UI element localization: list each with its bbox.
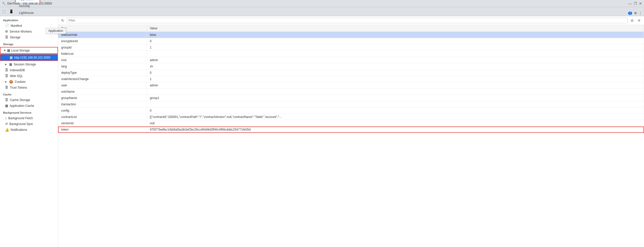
sidebar-storage-items: ▶▦ Session Storage🗄 IndexedDB🗄 Web SQL▶🍪… xyxy=(0,61,58,90)
sidebar-item-storage[interactable]: 🗄 Storage xyxy=(0,34,58,40)
table-row[interactable]: langzh xyxy=(58,63,644,70)
notifications-label: Notifications xyxy=(11,128,27,132)
sidebar-item-trust-tokens[interactable]: 🗄 Trust Tokens xyxy=(0,85,58,90)
console-badge: 1 xyxy=(628,12,632,15)
col-key-header[interactable]: Key xyxy=(58,25,147,32)
clear-filter-icon[interactable]: ⊘ xyxy=(629,18,635,23)
row-6-key: deployType xyxy=(58,70,147,76)
devtools-favicon: 🔧 xyxy=(2,2,6,5)
manifest-icon: 📄 xyxy=(5,24,9,28)
application-cache-icon: ▦ xyxy=(5,104,8,108)
data-table: Key Value sidebarHidefalseencryptionId0g… xyxy=(58,25,644,247)
local-storage-icon: ▦ xyxy=(7,48,10,52)
maximize-btn[interactable]: ❐ xyxy=(634,2,637,6)
cache-storage-label: Cache Storage xyxy=(10,98,30,102)
sidebar-item-indexeddb[interactable]: 🗄 IndexedDB xyxy=(0,67,58,73)
table-row[interactable]: config0 xyxy=(58,108,644,114)
tab-application[interactable]: Application xyxy=(15,0,40,3)
filter-bar: ↻ ⊘ ✕ xyxy=(58,16,644,25)
local-storage-item[interactable]: ▼ ▦ Local Storage xyxy=(0,47,58,54)
sidebar-item-background-sync[interactable]: ↺ Background Sync xyxy=(0,121,58,127)
session-storage-icon: ▦ xyxy=(9,62,12,66)
row-11-key: transaction xyxy=(58,101,147,108)
table-row[interactable]: token975f77be8bc14bbfa0ba3b3ef2bc26ccd94… xyxy=(58,127,644,133)
table-row[interactable]: solcName xyxy=(58,89,644,95)
sidebar-item-cookies[interactable]: ▶🍪 Cookies xyxy=(0,79,58,85)
table-row[interactable]: encryptionId0 xyxy=(58,38,644,44)
table-row[interactable]: useradmin xyxy=(58,82,644,89)
local-storage-url-item[interactable]: ▦ http://192.168.56.101:5000 xyxy=(0,54,58,61)
row-13-value: [{"contractId":200001,"contractPath":"/"… xyxy=(147,114,644,120)
notifications-icon: 🔔 xyxy=(5,128,9,132)
row-9-value xyxy=(147,89,644,95)
row-0-value: false xyxy=(147,32,644,38)
table-row[interactable]: folderList xyxy=(58,51,644,57)
sidebar-item-background-fetch[interactable]: ↕ Background Fetch xyxy=(0,115,58,121)
close-filter-icon[interactable]: ✕ xyxy=(636,18,642,23)
table-row[interactable]: nodeVersionChange1 xyxy=(58,76,644,82)
row-4-key: root xyxy=(58,57,147,63)
more-icon[interactable]: ⋮ xyxy=(639,11,642,15)
table-row[interactable]: groupId1 xyxy=(58,44,644,51)
trust-tokens-label: Trust Tokens xyxy=(10,86,27,89)
device-toggle-icon[interactable]: 📱 xyxy=(8,8,14,14)
background-fetch-label: Background Fetch xyxy=(8,116,33,120)
row-12-value: 0 xyxy=(147,108,644,114)
window-controls[interactable]: — ❐ ✕ xyxy=(628,2,642,6)
sidebar-item-notifications[interactable]: 🔔 Notifications xyxy=(0,127,58,133)
minimize-btn[interactable]: — xyxy=(628,2,632,6)
main-layout: Application 📄 Manifest⚙ Service Workers🗄… xyxy=(0,16,644,247)
filter-input[interactable] xyxy=(67,18,628,23)
col-value-header[interactable]: Value xyxy=(147,25,644,32)
app-tooltip: Application xyxy=(58,28,66,34)
row-15-key: token xyxy=(58,127,147,133)
service-workers-label: Service Workers xyxy=(10,30,32,33)
local-storage-url-icon: ▦ xyxy=(10,56,13,59)
app-tooltip-label: Application xyxy=(58,29,63,33)
application-section-title: Application xyxy=(0,16,58,23)
tab-security[interactable]: Security xyxy=(15,3,40,9)
sidebar-cache-items: 🗄 Cache Storage▦ Application Cache xyxy=(0,97,58,109)
table-row[interactable]: contractList[{"contractId":200001,"contr… xyxy=(58,114,644,120)
cache-storage-icon: 🗄 xyxy=(5,98,8,102)
trust-tokens-icon: 🗄 xyxy=(5,86,8,89)
sidebar-item-cache-storage[interactable]: 🗄 Cache Storage xyxy=(0,97,58,103)
storage-icon: 🗄 xyxy=(5,35,8,39)
local-storage-label: Local Storage xyxy=(11,49,30,52)
service-workers-icon: ⚙ xyxy=(5,30,8,33)
row-10-key: groupName xyxy=(58,95,147,101)
row-12-key: config xyxy=(58,108,147,114)
sidebar-item-session-storage[interactable]: ▶▦ Session Storage xyxy=(0,61,58,67)
row-13-key: contractList xyxy=(58,114,147,120)
indexeddb-label: IndexedDB xyxy=(10,68,25,72)
row-4-value: admin xyxy=(147,57,644,63)
table-row[interactable]: rootadmin xyxy=(58,57,644,63)
row-14-key: versionId xyxy=(58,120,147,127)
table-header: Key Value xyxy=(58,25,644,32)
table-row[interactable]: groupNamegroup1 xyxy=(58,95,644,101)
close-btn[interactable]: ✕ xyxy=(639,2,642,6)
background-fetch-icon: ↕ xyxy=(5,116,7,120)
row-5-key: lang xyxy=(58,63,147,70)
table-row[interactable]: versionIdnull xyxy=(58,120,644,127)
row-7-key: nodeVersionChange xyxy=(58,76,147,82)
sidebar-item-web-sql[interactable]: 🗄 Web SQL xyxy=(0,73,58,79)
row-6-value: 0 xyxy=(147,70,644,76)
tab-lighthouse[interactable]: Lighthouse xyxy=(15,9,40,16)
settings-icon[interactable]: ⚙ xyxy=(634,11,637,15)
background-sync-icon: ↺ xyxy=(5,122,8,126)
table-row[interactable]: deployType0 xyxy=(58,70,644,76)
row-15-value: 975f77be8bc14bbfa0ba3b3ef2bc26ccd94d9d2f… xyxy=(147,127,644,133)
title-bar: 🔧 DevTools - 192.168.56.101:5000/ — ❐ ✕ xyxy=(0,0,644,7)
inspect-icon[interactable]: ⬚ xyxy=(1,8,7,14)
refresh-button[interactable]: ↻ xyxy=(60,18,65,23)
table-row[interactable]: transaction xyxy=(58,101,644,108)
row-7-value: 1 xyxy=(147,76,644,82)
web-sql-label: Web SQL xyxy=(10,74,23,78)
storage-section-title: Storage xyxy=(0,40,58,47)
cookies-label: Cookies xyxy=(15,80,26,84)
table-body: sidebarHidefalseencryptionId0groupId1fol… xyxy=(58,32,644,133)
table-row[interactable]: sidebarHidefalse xyxy=(58,32,644,38)
sidebar-item-application-cache[interactable]: ▦ Application Cache xyxy=(0,103,58,109)
tab-bar: ⬚ 📱 ElementsConsoleSourcesNetworkMemoryP… xyxy=(0,7,644,16)
